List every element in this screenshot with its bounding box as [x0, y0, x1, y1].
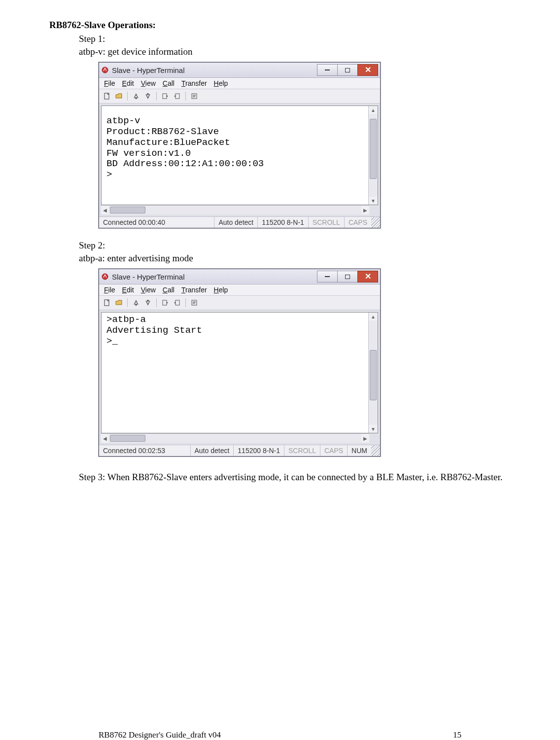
resize-grip-icon[interactable]: [371, 445, 380, 456]
menu-view[interactable]: View: [141, 286, 156, 294]
close-button[interactable]: ✕: [357, 64, 378, 76]
window-title: Slave - HyperTerminal: [112, 273, 317, 281]
menu-transfer[interactable]: Transfer: [181, 79, 207, 87]
svg-point-10: [147, 300, 149, 302]
maximize-button[interactable]: [337, 271, 358, 282]
page-footer: RB8762 Designer's Guide_draft v04 15: [99, 730, 461, 740]
titlebar[interactable]: Slave - HyperTerminal ✕: [99, 269, 380, 284]
receive-icon[interactable]: [172, 91, 182, 101]
svg-point-2: [135, 97, 137, 99]
vertical-scrollbar[interactable]: ▲ ▼: [368, 313, 378, 433]
window-controls: ✕: [317, 64, 378, 76]
send-icon[interactable]: [160, 91, 170, 101]
properties-icon[interactable]: [189, 91, 199, 101]
scroll-left-icon[interactable]: ◀: [101, 206, 109, 214]
scroll-up-icon[interactable]: ▲: [369, 106, 378, 114]
toolbar-separator: [185, 298, 186, 307]
horizontal-scrollbar[interactable]: ◀ ▶: [101, 433, 369, 443]
new-icon[interactable]: [102, 91, 112, 101]
status-params: 115200 8-N-1: [234, 445, 284, 456]
receive-icon[interactable]: [172, 298, 182, 308]
step3-text: Step 3: When RB8762-Slave enters adverti…: [79, 470, 511, 485]
window-title: Slave - HyperTerminal: [112, 66, 317, 74]
properties-icon[interactable]: [189, 298, 199, 308]
menu-transfer[interactable]: Transfer: [181, 286, 207, 294]
scroll-down-icon[interactable]: ▼: [369, 197, 378, 205]
status-scroll: SCROLL: [284, 445, 320, 456]
statusbar: Connected 00:00:40 Auto detect 115200 8-…: [99, 216, 380, 228]
hyperterminal-window-2: Slave - HyperTerminal ✕ File Edit View C…: [99, 269, 381, 457]
menu-help[interactable]: Help: [214, 286, 228, 294]
connect-icon[interactable]: [131, 91, 141, 101]
step2-desc: atbp-a: enter advertising mode: [79, 253, 511, 264]
titlebar[interactable]: Slave - HyperTerminal ✕: [99, 63, 380, 78]
menu-call[interactable]: Call: [163, 79, 175, 87]
menu-edit[interactable]: Edit: [122, 79, 134, 87]
svg-point-9: [135, 304, 137, 306]
hyperterminal-window-1: Slave - HyperTerminal ✕ File Edit View C…: [99, 62, 381, 228]
status-connection: Connected 00:00:40: [99, 217, 214, 228]
toolbar: [99, 296, 380, 310]
scroll-thumb[interactable]: [370, 350, 377, 400]
scroll-left-icon[interactable]: ◀: [101, 434, 109, 443]
step1-desc: atbp-v: get device information: [79, 46, 511, 57]
menu-call[interactable]: Call: [163, 286, 175, 294]
close-button[interactable]: ✕: [357, 271, 378, 282]
terminal-output[interactable]: atbp-v Product:RB8762-Slave Manufacture:…: [102, 106, 368, 205]
window-controls: ✕: [317, 271, 378, 282]
open-icon[interactable]: [114, 91, 124, 101]
menu-help[interactable]: Help: [214, 79, 228, 87]
menu-file[interactable]: File: [104, 79, 115, 87]
step2-label: Step 2:: [79, 240, 511, 251]
new-icon[interactable]: [102, 298, 112, 308]
toolbar-separator: [156, 298, 157, 307]
disconnect-icon[interactable]: [143, 91, 153, 101]
menu-file[interactable]: File: [104, 286, 115, 294]
svg-rect-4: [163, 94, 167, 99]
toolbar-separator: [185, 92, 186, 101]
svg-rect-11: [163, 300, 167, 305]
status-scroll: SCROLL: [309, 217, 345, 228]
menu-view[interactable]: View: [141, 79, 156, 87]
scroll-right-icon[interactable]: ▶: [361, 434, 369, 443]
menu-edit[interactable]: Edit: [122, 286, 134, 294]
terminal-output[interactable]: >atbp-a Advertising Start >_: [102, 313, 368, 433]
status-detect: Auto detect: [214, 217, 258, 228]
toolbar-separator: [156, 92, 157, 101]
horizontal-scrollbar[interactable]: ◀ ▶: [101, 205, 369, 214]
menubar: File Edit View Call Transfer Help: [99, 284, 380, 296]
scroll-thumb[interactable]: [370, 119, 377, 179]
footer-left: RB8762 Designer's Guide_draft v04: [99, 730, 221, 740]
vertical-scrollbar[interactable]: ▲ ▼: [368, 106, 378, 205]
status-params: 115200 8-N-1: [258, 217, 309, 228]
disconnect-icon[interactable]: [143, 298, 153, 308]
svg-point-3: [147, 93, 149, 95]
scroll-up-icon[interactable]: ▲: [369, 313, 378, 320]
status-detect: Auto detect: [191, 445, 234, 456]
minimize-button[interactable]: [317, 64, 338, 76]
open-icon[interactable]: [114, 298, 124, 308]
resize-grip-icon[interactable]: [371, 217, 380, 228]
scroll-thumb[interactable]: [110, 207, 145, 213]
step1-label: Step 1:: [79, 34, 511, 44]
maximize-button[interactable]: [337, 64, 358, 76]
footer-page: 15: [453, 730, 461, 740]
minimize-button[interactable]: [317, 271, 338, 282]
statusbar: Connected 00:02:53 Auto detect 115200 8-…: [99, 445, 380, 456]
scroll-thumb[interactable]: [110, 435, 145, 442]
toolbar-separator: [127, 92, 128, 101]
svg-rect-12: [175, 300, 179, 305]
terminal-area: atbp-v Product:RB8762-Slave Manufacture:…: [99, 104, 380, 216]
scroll-down-icon[interactable]: ▼: [369, 425, 378, 433]
connect-icon[interactable]: [131, 298, 141, 308]
status-num: NUM: [348, 445, 371, 456]
send-icon[interactable]: [160, 298, 170, 308]
status-connection: Connected 00:02:53: [99, 445, 191, 456]
scroll-right-icon[interactable]: ▶: [361, 206, 369, 214]
section-heading: RB8762-Slave Operations:: [49, 20, 511, 31]
svg-rect-5: [175, 94, 179, 99]
toolbar-separator: [127, 298, 128, 307]
app-icon: [101, 273, 109, 281]
menubar: File Edit View Call Transfer Help: [99, 78, 380, 89]
toolbar: [99, 89, 380, 104]
